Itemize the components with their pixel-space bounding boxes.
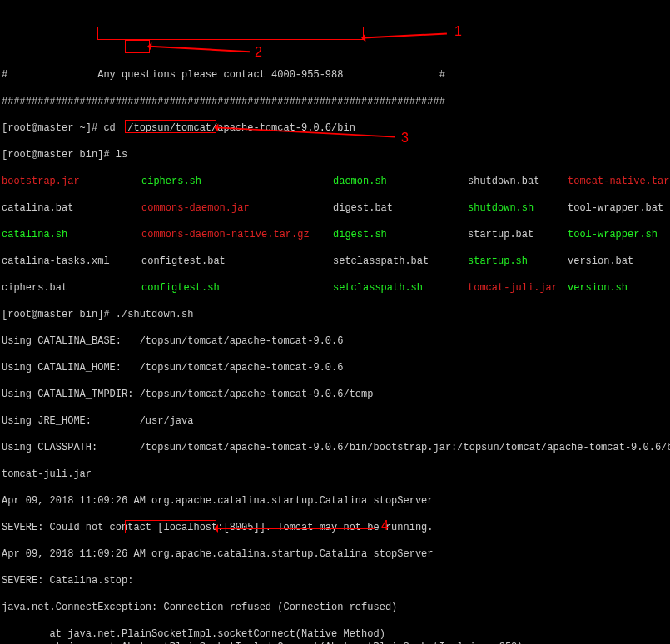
ls-row: ciphers.batconfigtest.shsetclasspath.sht… bbox=[2, 281, 668, 295]
shell-prompt: [root@master bin]# bbox=[2, 149, 116, 161]
annotation-1: 1 bbox=[454, 25, 462, 38]
terminal-output: # Any questions please contact 4000-955-… bbox=[2, 55, 668, 644]
banner-line: ########################################… bbox=[2, 95, 668, 108]
log-line: SEVERE: Could not contact [localhost:[80… bbox=[2, 521, 668, 534]
log-line: java.net.ConnectException: Connection re… bbox=[2, 601, 668, 614]
shell-prompt: [root@master ~]# bbox=[2, 122, 103, 134]
env-line: Using CLASSPATH: /topsun/tomcat/apache-t… bbox=[2, 441, 668, 454]
banner-line: # Any questions please contact 4000-955-… bbox=[2, 68, 668, 82]
env-line: tomcat-juli.jar bbox=[2, 468, 668, 481]
command-shutdown[interactable]: ./shutdown.sh bbox=[116, 309, 194, 320]
stack-line: at java.net.AbstractPlainSocketImpl.doCo… bbox=[2, 641, 668, 644]
stack-trace: at java.net.PlainSocketImpl.socketConnec… bbox=[2, 627, 668, 644]
ls-row: bootstrap.jarciphers.shdaemon.shshutdown… bbox=[2, 175, 668, 188]
highlight-box-2 bbox=[125, 40, 150, 53]
highlight-box-1 bbox=[97, 27, 364, 40]
ls-row: catalina.batcommons-daemon.jardigest.bat… bbox=[2, 201, 668, 215]
log-line: Apr 09, 2018 11:09:26 AM org.apache.cata… bbox=[2, 547, 668, 561]
env-line: Using JRE_HOME: /usr/java bbox=[2, 414, 668, 428]
env-line: Using CATALINA_BASE: /topsun/tomcat/apac… bbox=[2, 334, 668, 348]
arrow-icon bbox=[364, 32, 447, 38]
ls-row: catalina.shcommons-daemon-native.tar.gzd… bbox=[2, 228, 668, 241]
env-line: Using CATALINA_TMPDIR: /topsun/tomcat/ap… bbox=[2, 388, 668, 401]
env-line: Using CATALINA_HOME: /topsun/tomcat/apac… bbox=[2, 361, 668, 374]
log-line: Apr 09, 2018 11:09:26 AM org.apache.cata… bbox=[2, 494, 668, 508]
command-ls[interactable]: ls bbox=[116, 149, 127, 161]
ls-row: catalina-tasks.xmlconfigtest.batsetclass… bbox=[2, 255, 668, 268]
arrow-icon bbox=[150, 46, 250, 52]
stack-line: at java.net.PlainSocketImpl.socketConnec… bbox=[2, 627, 668, 641]
shell-prompt: [root@master bin]# bbox=[2, 309, 116, 320]
command-cd[interactable]: cd /topsun/tomcat/apache-tomcat-9.0.6/bi… bbox=[103, 122, 355, 134]
log-line: SEVERE: Catalina.stop: bbox=[2, 574, 668, 587]
